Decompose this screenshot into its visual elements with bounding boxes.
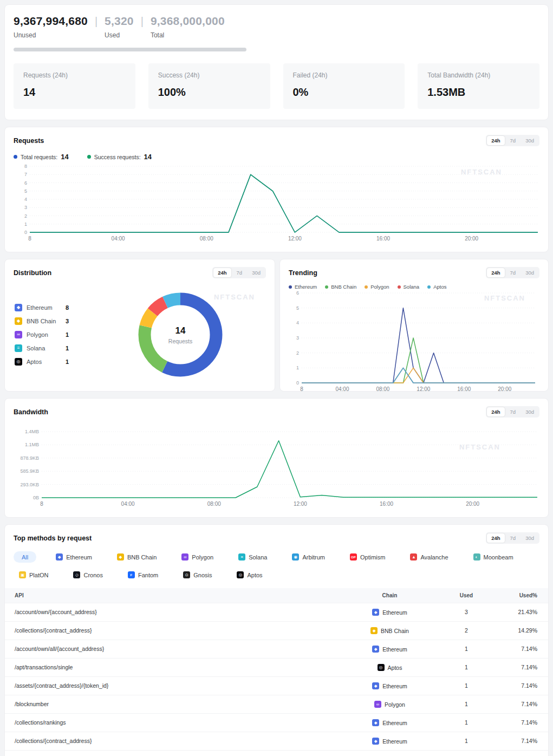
range-30d-button[interactable]: 30d — [248, 268, 265, 277]
range-24h-button[interactable]: 24h — [487, 268, 504, 277]
top-methods-range-selector: 24h7d30d — [486, 532, 539, 544]
chain-filter-chip-bnb-chain[interactable]: ◆BNB Chain — [112, 551, 162, 563]
trending-legend-item-solana: Solana — [398, 284, 420, 290]
range-30d-button[interactable]: 30d — [521, 407, 538, 416]
chain-filter-chip-ethereum[interactable]: ◆Ethereum — [50, 551, 97, 563]
chip-label: PlatON — [29, 572, 48, 578]
range-24h-button[interactable]: 24h — [213, 268, 231, 277]
chain-request-count: 1 — [66, 331, 69, 338]
ethereum-icon: ◆ — [372, 646, 379, 653]
legend-label: Solana — [404, 284, 420, 290]
range-7d-button[interactable]: 7d — [506, 268, 521, 277]
top-methods-panel: Top methods by request 24h7d30d All◆Ethe… — [4, 524, 549, 756]
y-axis-tick-label: 5 — [296, 305, 299, 311]
range-7d-button[interactable]: 7d — [506, 136, 521, 145]
chip-label: Optimism — [360, 554, 385, 561]
legend-label: BNB Chain — [331, 284, 356, 290]
y-axis-tick-label: 8 — [24, 164, 27, 169]
y-axis-tick-label: 5 — [24, 188, 27, 194]
chain-filter-chip-fantom[interactable]: FFantom — [122, 569, 164, 581]
chain-badge: ◆Ethereum — [372, 609, 407, 616]
bnb-chain-icon: ◆ — [370, 627, 378, 634]
y-axis-tick-label: 4 — [24, 197, 27, 202]
range-30d-button[interactable]: 30d — [521, 268, 538, 277]
chain-filter-chip-solana[interactable]: ≡Solana — [233, 551, 272, 563]
range-30d-button[interactable]: 30d — [521, 136, 538, 145]
chain-cell: ◆Ethereum — [345, 713, 434, 732]
legend-value: 14 — [61, 153, 68, 161]
chain-badge: ∞Polygon — [374, 701, 405, 708]
x-axis-tick-label: 20:00 — [465, 236, 478, 242]
optimism-icon: OP — [350, 553, 357, 561]
chain-cell: ◆Ethereum — [345, 732, 434, 750]
chain-filter-chip-gnosis[interactable]: ⊙Gnosis — [178, 569, 217, 581]
used-count-cell: 1 — [434, 713, 498, 732]
unused-stat: 9,367,994,680 Unused — [14, 15, 88, 39]
legend-dot — [14, 155, 17, 159]
table-header-row: APIChainUsedUsed% — [5, 588, 548, 603]
donut-total-value: 14 — [175, 325, 186, 336]
column-header-chain: Chain — [345, 588, 434, 603]
api-path-cell: /apt/transactions/single — [5, 658, 345, 676]
total-requests-line — [30, 174, 538, 232]
used-percent-cell: 7.14% — [498, 750, 548, 756]
aptos-icon: ◎ — [15, 358, 22, 366]
chain-filter-chip-arbitrum[interactable]: ◉Arbitrum — [287, 551, 330, 563]
chain-badge: ◎Aptos — [378, 664, 402, 671]
unused-label: Unused — [14, 31, 88, 39]
trending-range-selector: 24h7d30d — [486, 267, 539, 278]
trending-legend: EthereumBNB ChainPolygonSolanaAptos — [289, 284, 539, 290]
chain-name: Ethereum — [382, 683, 407, 689]
legend-label: Success requests: — [94, 154, 141, 160]
chain-filter-chip-avalanche[interactable]: ▲Avalanche — [405, 551, 453, 563]
stat-card-label: Total Bandwidth (24h) — [427, 71, 530, 79]
chain-cell: ◎Aptos — [345, 658, 434, 676]
chain-filter-chip-all[interactable]: All — [14, 551, 36, 563]
used-percent-cell: 14.29% — [498, 621, 548, 640]
distribution-donut-chart: 14 Requests — [137, 291, 224, 378]
quota-stats: 9,367,994,680 Unused | 5,320 Used | 9,36… — [14, 15, 539, 39]
table-row: /collections/{contract_address}◆BNB Chai… — [5, 621, 548, 640]
arbitrum-icon: ◉ — [292, 553, 299, 561]
x-axis-tick-label: 04:00 — [335, 386, 349, 392]
x-axis-tick-label: 08:00 — [207, 501, 221, 507]
chain-cell: ◆Ethereum — [345, 603, 434, 621]
x-axis-tick-label: 16:00 — [380, 501, 393, 507]
x-axis-tick-label: 8 — [300, 386, 303, 392]
chain-name: BNB Chain — [27, 318, 66, 324]
requests-range-selector: 24h7d30d — [486, 135, 539, 146]
chain-filter-chip-platon[interactable]: ▣PlatON — [14, 569, 54, 581]
chip-label: Avalanche — [420, 554, 448, 561]
range-24h-button[interactable]: 24h — [487, 533, 504, 543]
chain-filter-chip-polygon[interactable]: ∞Polygon — [176, 551, 219, 563]
chain-request-count: 1 — [66, 345, 69, 351]
x-axis-tick-label: 16:00 — [457, 386, 471, 392]
stat-card-label: Success (24h) — [158, 71, 261, 79]
range-7d-button[interactable]: 7d — [506, 407, 521, 416]
trending-title: Trending — [289, 269, 317, 277]
chain-filter-chip-cronos[interactable]: ◇Cronos — [68, 569, 108, 581]
y-axis-tick-label: 293.0KB — [20, 482, 39, 487]
range-24h-button[interactable]: 24h — [487, 407, 504, 416]
range-30d-button[interactable]: 30d — [521, 533, 538, 543]
chain-filter-chip-aptos[interactable]: ◎Aptos — [231, 569, 268, 581]
stat-card-value: 1.53MB — [427, 86, 530, 99]
distribution-legend-item-ethereum: ◆Ethereum8 — [15, 301, 95, 315]
moonbeam-icon: ◐ — [473, 553, 480, 561]
y-axis-tick-label: 4 — [296, 320, 299, 325]
y-axis-tick-label: 7 — [24, 172, 27, 177]
used-label: Used — [105, 31, 134, 39]
bnb-chain-icon: ◆ — [117, 553, 124, 561]
table-row: /collections/{contract_address}◆Ethereum… — [5, 732, 548, 750]
chip-label: Moonbeam — [484, 554, 513, 561]
stat-card-value: 0% — [293, 86, 395, 99]
bandwidth-range-selector: 24h7d30d — [486, 406, 539, 418]
chain-filter-chip-moonbeam[interactable]: ◐Moonbeam — [468, 551, 519, 563]
trending-legend-item-ethereum: Ethereum — [289, 284, 317, 290]
range-7d-button[interactable]: 7d — [506, 533, 521, 543]
range-24h-button[interactable]: 24h — [487, 136, 504, 145]
range-7d-button[interactable]: 7d — [232, 268, 247, 277]
column-header-usedpct: Used% — [498, 588, 548, 603]
cronos-icon: ◇ — [73, 571, 80, 578]
chain-filter-chip-optimism[interactable]: OPOptimism — [344, 551, 391, 563]
